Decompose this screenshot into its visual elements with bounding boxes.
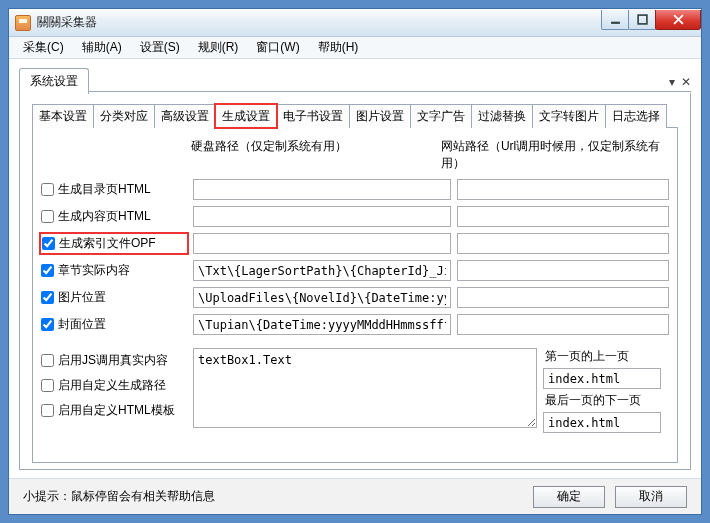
minimize-button[interactable] bbox=[601, 10, 629, 30]
menu-collect[interactable]: 采集(C) bbox=[15, 37, 72, 58]
outer-tab-system-settings[interactable]: 系统设置 bbox=[19, 68, 89, 94]
menu-settings[interactable]: 设置(S) bbox=[132, 37, 188, 58]
ok-button[interactable]: 确定 bbox=[533, 486, 605, 508]
site-content-html[interactable] bbox=[457, 206, 669, 227]
site-index-opf[interactable] bbox=[457, 233, 669, 254]
menubar: 采集(C) 辅助(A) 设置(S) 规则(R) 窗口(W) 帮助(H) bbox=[9, 37, 701, 59]
tab-generate[interactable]: 生成设置 bbox=[215, 104, 277, 128]
site-chapter[interactable] bbox=[457, 260, 669, 281]
chk-jscall-box[interactable] bbox=[41, 354, 54, 367]
disk-content-html[interactable] bbox=[193, 206, 451, 227]
app-icon bbox=[15, 15, 31, 31]
disk-chapter[interactable] bbox=[193, 260, 451, 281]
chk-image-pos[interactable]: 图片位置 bbox=[41, 289, 187, 306]
chk-chapter-box[interactable] bbox=[41, 264, 54, 277]
app-window: 關關采集器 采集(C) 辅助(A) 设置(S) 规则(R) 窗口(W) 帮助(H… bbox=[8, 8, 702, 515]
outer-tabstrip: 系统设置 ▾ ✕ bbox=[9, 59, 701, 93]
tab-dropdown-icon[interactable]: ▾ bbox=[669, 75, 675, 89]
menu-window[interactable]: 窗口(W) bbox=[248, 37, 307, 58]
footer: 小提示：鼠标停留会有相关帮助信息 确定 取消 bbox=[9, 478, 701, 514]
cancel-button[interactable]: 取消 bbox=[615, 486, 687, 508]
chk-dir-html-box[interactable] bbox=[41, 183, 54, 196]
tab-filter[interactable]: 过滤替换 bbox=[471, 104, 533, 128]
outer-tab-content: 基本设置 分类对应 高级设置 生成设置 电子书设置 图片设置 文字广告 过滤替换… bbox=[19, 93, 691, 470]
svg-rect-1 bbox=[638, 15, 647, 24]
first-prev-label: 第一页的上一页 bbox=[543, 348, 661, 365]
tab-close-icon[interactable]: ✕ bbox=[681, 75, 691, 89]
chk-cover-pos[interactable]: 封面位置 bbox=[41, 316, 187, 333]
disk-cover-pos[interactable] bbox=[193, 314, 451, 335]
tab-category[interactable]: 分类对应 bbox=[93, 104, 155, 128]
chk-content-html-box[interactable] bbox=[41, 210, 54, 223]
last-next-input[interactable] bbox=[543, 412, 661, 433]
menu-rules[interactable]: 规则(R) bbox=[190, 37, 247, 58]
first-prev-input[interactable] bbox=[543, 368, 661, 389]
chk-custom-tpl-box[interactable] bbox=[41, 404, 54, 417]
chk-jscall[interactable]: 启用JS调用真实内容 bbox=[41, 352, 187, 369]
tab-ebook[interactable]: 电子书设置 bbox=[276, 104, 350, 128]
tab-image[interactable]: 图片设置 bbox=[349, 104, 411, 128]
inner-tabstrip: 基本设置 分类对应 高级设置 生成设置 电子书设置 图片设置 文字广告 过滤替换… bbox=[32, 103, 678, 127]
disk-image-pos[interactable] bbox=[193, 287, 451, 308]
col-header-disk: 硬盘路径（仅定制系统有用） bbox=[191, 138, 433, 172]
menu-assist[interactable]: 辅助(A) bbox=[74, 37, 130, 58]
close-button[interactable] bbox=[655, 10, 701, 30]
disk-dir-html[interactable] bbox=[193, 179, 451, 200]
tab-textad[interactable]: 文字广告 bbox=[410, 104, 472, 128]
tab-advanced[interactable]: 高级设置 bbox=[154, 104, 216, 128]
chk-custom-tpl[interactable]: 启用自定义HTML模板 bbox=[41, 402, 187, 419]
titlebar[interactable]: 關關采集器 bbox=[9, 9, 701, 37]
tab-textimg[interactable]: 文字转图片 bbox=[532, 104, 606, 128]
custom-textarea[interactable] bbox=[193, 348, 537, 428]
chk-image-pos-box[interactable] bbox=[41, 291, 54, 304]
menu-help[interactable]: 帮助(H) bbox=[310, 37, 367, 58]
svg-rect-0 bbox=[611, 21, 620, 23]
chk-custom-path[interactable]: 启用自定义生成路径 bbox=[41, 377, 187, 394]
chk-index-opf-box[interactable] bbox=[42, 237, 55, 250]
disk-index-opf[interactable] bbox=[193, 233, 451, 254]
chk-cover-pos-box[interactable] bbox=[41, 318, 54, 331]
chk-index-opf[interactable]: 生成索引文件OPF bbox=[41, 234, 187, 253]
site-dir-html[interactable] bbox=[457, 179, 669, 200]
site-image-pos[interactable] bbox=[457, 287, 669, 308]
footer-hint: 小提示：鼠标停留会有相关帮助信息 bbox=[23, 488, 523, 505]
chk-custom-path-box[interactable] bbox=[41, 379, 54, 392]
tab-log[interactable]: 日志选择 bbox=[605, 104, 667, 128]
chk-content-html[interactable]: 生成内容页HTML bbox=[41, 208, 187, 225]
generate-settings-pane: 硬盘路径（仅定制系统有用） 网站路径（Url调用时候用，仅定制系统有用） 生成目… bbox=[32, 127, 678, 463]
chk-dir-html[interactable]: 生成目录页HTML bbox=[41, 181, 187, 198]
last-next-label: 最后一页的下一页 bbox=[543, 392, 661, 409]
col-header-site: 网站路径（Url调用时候用，仅定制系统有用） bbox=[441, 138, 669, 172]
site-cover-pos[interactable] bbox=[457, 314, 669, 335]
chk-chapter[interactable]: 章节实际内容 bbox=[41, 262, 187, 279]
tab-basic[interactable]: 基本设置 bbox=[32, 104, 94, 128]
maximize-button[interactable] bbox=[628, 10, 656, 30]
window-title: 關關采集器 bbox=[37, 14, 602, 31]
